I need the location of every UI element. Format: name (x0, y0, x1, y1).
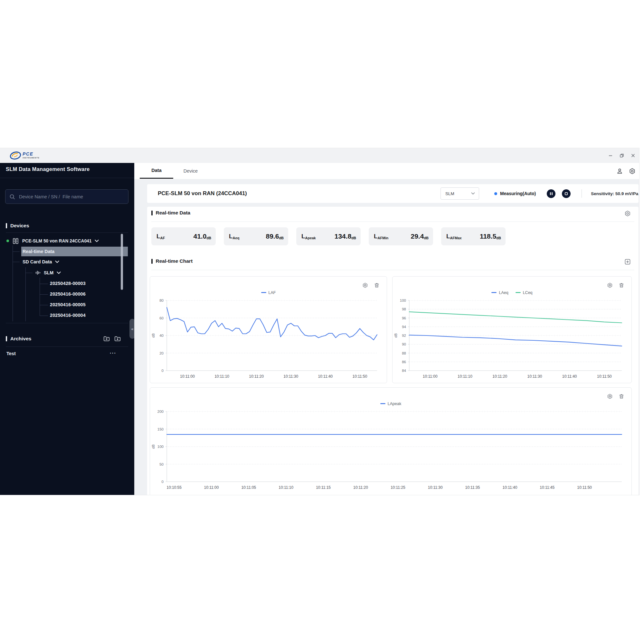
chart-delete-button[interactable] (618, 393, 625, 400)
devices-section-header: Devices (6, 223, 29, 229)
tab-data[interactable]: Data (140, 163, 173, 179)
svg-text:10:11:00: 10:11:00 (180, 374, 195, 379)
sidebar-file-item[interactable]: 20250416-00004 (50, 313, 86, 318)
realtime-data-section-header: Real-time Data (151, 210, 190, 216)
sidebar-file-item[interactable]: 20250416-00006 (50, 291, 86, 297)
plus-square-icon (624, 259, 631, 265)
user-account-button[interactable] (616, 167, 623, 175)
trash-icon (374, 282, 380, 288)
chart-settings-button[interactable] (362, 282, 369, 289)
search-input[interactable] (18, 194, 124, 200)
svg-text:10:11:05: 10:11:05 (241, 485, 256, 490)
chart-toolbar (362, 282, 380, 289)
tree-line (13, 262, 20, 262)
legend-item[interactable]: LAF (261, 290, 276, 295)
chart-delete-button[interactable] (618, 282, 625, 289)
close-icon (631, 153, 635, 158)
chevron-down-icon (55, 260, 59, 263)
measuring-status-label: Measuring(Auto) (500, 191, 536, 196)
app-title: SLM Data Management Software (6, 166, 128, 172)
metric-card-lafmin: LAFMin 29.4dB (369, 227, 433, 245)
close-button[interactable] (630, 152, 636, 159)
svg-text:0: 0 (162, 369, 164, 373)
tree-line (40, 316, 48, 316)
chart-settings-button[interactable] (606, 393, 613, 400)
realtime-data-label: Real-time Data (23, 249, 54, 254)
svg-text:0: 0 (162, 480, 164, 484)
metric-card-lafmax: LAFMax 118.5dB (441, 227, 506, 245)
legend-marker (516, 292, 521, 293)
svg-text:10:11:50: 10:11:50 (353, 374, 367, 379)
svg-text:10:11:15: 10:11:15 (316, 485, 331, 490)
realtime-data-settings-button[interactable] (624, 210, 631, 217)
sidebar-item-sd-card-data[interactable]: SD Card Data (23, 257, 59, 266)
svg-text:100: 100 (400, 298, 406, 302)
svg-text:10:11:50: 10:11:50 (597, 374, 612, 379)
chart-legend: LApeak (150, 400, 631, 408)
svg-text:40: 40 (159, 334, 164, 337)
chart-card-laf: LAF 80604020010:11:0010:11:1010:11:2010:… (150, 276, 387, 383)
file-name: 20250428-00003 (50, 281, 86, 286)
tree-line (13, 251, 20, 252)
restore-button[interactable] (619, 152, 625, 159)
add-chart-button[interactable] (624, 258, 631, 265)
svg-text:150: 150 (157, 427, 164, 431)
settings-button[interactable] (628, 167, 636, 175)
mode-select-value: SLM (445, 191, 454, 196)
legend-item[interactable]: LCeq (516, 290, 533, 295)
tab-bar: Data Device (134, 163, 639, 179)
pause-button[interactable] (547, 189, 555, 198)
section-bar (151, 259, 153, 264)
sidebar-file-item[interactable]: 20250416-00005 (50, 302, 86, 307)
chart-toolbar (606, 393, 625, 400)
divider (6, 232, 128, 233)
svg-text:94: 94 (402, 325, 406, 329)
device-header-card: PCE-SLM 50 von RAN (24CCA041) SLM Measur… (147, 184, 639, 203)
svg-text:90: 90 (402, 342, 406, 346)
sidebar-item-realtime-data[interactable]: Real-time Data (23, 247, 54, 256)
svg-text:10:11:25: 10:11:25 (391, 485, 405, 490)
metric-label: LAFMax (446, 233, 462, 240)
pce-logo: PCE INSTRUMENTS (10, 151, 48, 162)
tab-device[interactable]: Device (174, 163, 207, 179)
device-row[interactable]: PCE-SLM 50 von RAN 24CCA041 (6, 236, 99, 245)
chart-settings-button[interactable] (606, 282, 613, 289)
realtime-data-section-title: Real-time Data (156, 210, 191, 216)
tree-line (40, 305, 48, 305)
svg-text:10:11:45: 10:11:45 (540, 485, 554, 490)
stop-button[interactable] (562, 189, 571, 198)
svg-text:10:11:10: 10:11:10 (214, 374, 229, 379)
sidebar-item-slm[interactable]: SLM (35, 268, 61, 277)
metric-label: LApeak (301, 233, 316, 240)
chart-legend: LAF (150, 289, 387, 297)
legend-item[interactable]: LAeq (491, 290, 508, 295)
metric-value: 118.5dB (480, 232, 501, 240)
metric-value: 29.4dB (411, 232, 429, 240)
stop-icon (564, 192, 568, 195)
svg-text:dB: dB (151, 333, 155, 337)
sidebar-scrollbar-thumb[interactable] (121, 234, 123, 290)
chart-toolbar (606, 282, 625, 289)
metric-card-lapeak: LApeak 134.8dB (296, 227, 361, 245)
file-name: 20250416-00004 (50, 313, 86, 318)
mode-select[interactable]: SLM (440, 187, 479, 200)
legend-item[interactable]: LApeak (380, 402, 401, 406)
tree-line (25, 273, 33, 273)
sidebar-file-item[interactable]: 20250428-00003 (50, 281, 86, 286)
lapeak-chart: 20015010050010:10:5510:11:0010:11:0510:1… (150, 408, 631, 493)
chart-legend: LAeqLCeq (393, 289, 631, 297)
chart-delete-button[interactable] (373, 282, 380, 289)
svg-text:10:11:40: 10:11:40 (318, 374, 333, 379)
device-online-dot (6, 240, 9, 242)
tree-line (25, 267, 26, 321)
minimize-button[interactable] (607, 152, 614, 159)
devices-title: Devices (10, 223, 29, 229)
add-archive-folder-button[interactable] (103, 335, 110, 342)
divider (582, 189, 582, 198)
realtime-chart-section-title: Real-time Chart (156, 258, 193, 264)
file-name: 20250416-00006 (50, 291, 86, 297)
archive-item-test[interactable]: Test (6, 351, 16, 356)
tree-line (40, 278, 40, 316)
more-options-button[interactable]: ⋯ (109, 349, 116, 357)
import-archive-button[interactable] (114, 335, 121, 342)
